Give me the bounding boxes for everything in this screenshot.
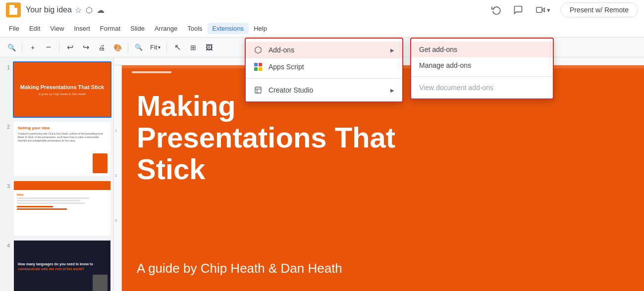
slide-item-2[interactable]: 2 Selling your idea Created in partnersh… [2,121,111,177]
slide3-content: Intro [17,193,107,210]
svg-marker-0 [542,8,544,12]
menu-insert[interactable]: Insert [69,23,95,34]
slide-subtitle-text: A guide by Chip Heath & Dan Heath [137,261,342,276]
creator-studio-arrow: ▶ [390,88,394,93]
comments-icon[interactable] [510,2,526,18]
creator-studio-label: Creator Studio [268,86,313,94]
slide4-image [93,275,107,291]
svg-rect-3 [259,63,262,66]
sub-divider [411,76,553,77]
app-title: Your big idea [26,5,72,14]
slide-number-3: 3 [2,180,10,189]
menu-arrange[interactable]: Arrange [150,23,182,34]
menu-slide[interactable]: Slide [125,23,150,34]
slide2-image [93,153,107,173]
star-icon[interactable]: ☆ [75,5,82,15]
creator-studio-menu-item[interactable]: Creator Studio ▶ [246,82,402,98]
history-icon[interactable] [488,2,504,18]
creator-studio-menu-item-left: Creator Studio [254,86,313,95]
zoom-dropdown[interactable]: Fit ▾ [147,41,163,54]
addons-icon [254,46,263,54]
zoom-out-button[interactable]: − [41,40,56,55]
menu-help[interactable]: Help [249,23,272,34]
manage-addons-item[interactable]: Manage add-ons [411,57,553,73]
title-icons: ☆ ⬡ ☁ [75,5,105,15]
zoom-icon[interactable]: 🔍 [131,40,146,55]
svg-rect-6 [255,87,261,93]
slide-thumb-2[interactable]: Selling your idea Created in partnership… [13,121,111,177]
separator-1 [22,42,22,53]
slide-item-4[interactable]: 4 How many languages do you need to know… [2,240,111,291]
present-remote-button[interactable]: Present w/ Remote [560,2,638,17]
slide-number-4: 4 [2,240,10,248]
menu-edit[interactable]: Edit [24,23,45,34]
header-actions: ▾ Present w/ Remote [488,2,638,18]
slide-main-title: Making Presentations That Stick [137,90,395,185]
ext-divider [246,78,402,79]
slide-panel[interactable]: 1 Making Presentations That Stick A guid… [0,57,114,291]
creator-studio-icon [254,86,263,95]
menu-format[interactable]: Format [95,23,125,34]
get-addons-item[interactable]: Get add-ons [411,42,553,57]
video-icon[interactable]: ▾ [532,2,554,18]
cloud-icon[interactable]: ☁ [97,5,105,15]
slide1-subtitle: A guide by Chip Heath & Dan Heath [39,93,86,96]
slide-thumb-3[interactable]: Intro [13,180,111,237]
menu-extensions[interactable]: Extensions [208,23,249,34]
addons-menu-item-left: Add-ons [254,46,294,54]
view-doc-addons-label: View document add-ons [419,84,493,92]
search-button[interactable]: 🔍 [4,40,19,55]
svg-rect-2 [254,63,258,66]
svg-rect-4 [254,67,258,71]
apps-script-menu-item-left: Apps Script [254,62,304,71]
menu-file[interactable]: File [4,23,24,34]
slide3-header [14,181,110,190]
layout-tool[interactable]: ⊞ [186,40,201,55]
extensions-menu: Add-ons ▶ Apps Script [245,38,403,102]
get-addons-label: Get add-ons [419,46,457,53]
separator-3 [128,42,128,53]
zoom-in-button[interactable]: + [25,40,40,55]
ruler-v-label-1: 1 [115,129,117,132]
menu-bar: File Edit View Insert Format Slide Arran… [0,20,644,38]
cursor-tool[interactable]: ↖ [170,40,185,55]
slide-thumb-1[interactable]: Making Presentations That Stick A guide … [13,61,111,118]
slide-item-3[interactable]: 3 Intro [2,180,111,237]
addons-menu-item[interactable]: Add-ons ▶ [246,42,402,58]
addons-arrow: ▶ [390,48,394,53]
slide-thumb-4[interactable]: How many languages do you need to know t… [13,240,111,291]
slide2-title: Selling your idea [18,126,107,130]
apps-script-icon [254,62,263,71]
redo-button[interactable]: ↪ [78,40,93,55]
menu-tools[interactable]: Tools [182,23,207,34]
ruler-v-label-3: 3 [115,219,117,222]
title-bar: Your big idea ☆ ⬡ ☁ ▾ Present w/ Remote [0,0,644,20]
slide2-body: Created in partnership with Chip & Dan H… [18,132,107,143]
addons-submenu: Get add-ons Manage add-ons View document… [410,38,554,99]
slide-number-1: 1 [2,61,10,70]
slide4-title: How many languages do you need to know t… [18,262,107,272]
apps-script-label: Apps Script [268,63,304,71]
slide-subtitle: A guide by Chip Heath & Dan Heath [137,261,342,276]
slide-item-1[interactable]: 1 Making Presentations That Stick A guid… [2,61,111,118]
image-tool[interactable]: 🖼 [202,40,216,55]
slide1-title: Making Presentations That Stick [20,84,104,91]
undo-button[interactable]: ↩ [62,40,77,55]
app-logo[interactable] [6,2,21,17]
separator-4 [166,42,167,53]
separator-2 [59,42,59,53]
zoom-value: Fit [150,44,157,51]
folder-icon[interactable]: ⬡ [86,5,93,15]
apps-script-menu-item[interactable]: Apps Script [246,58,402,75]
svg-rect-1 [537,7,542,13]
slide-number-2: 2 [2,121,10,130]
slide-top-accent [132,71,171,73]
vertical-ruler: 1 2 3 [114,65,122,291]
manage-addons-label: Manage add-ons [419,61,471,69]
print-button[interactable]: 🖨 [94,40,109,55]
menu-view[interactable]: View [45,23,69,34]
slide-title-text: Making Presentations That Stick [137,90,395,185]
view-doc-addons-item: View document add-ons [411,80,553,96]
ruler-v-label-2: 2 [115,174,117,177]
paint-format-button[interactable]: 🎨 [110,40,125,55]
